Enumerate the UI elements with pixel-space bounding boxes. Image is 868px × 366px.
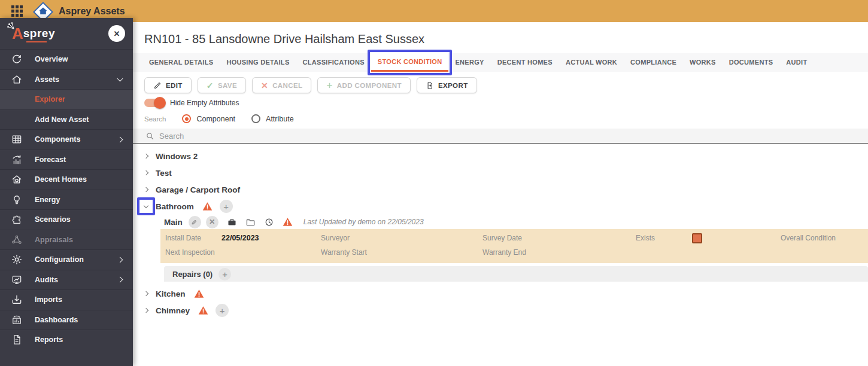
sidebar-item-dashboards[interactable]: Dashboards bbox=[0, 310, 133, 330]
page-title: RN101 - 85 Lansdowne Drive Hailsham East… bbox=[144, 32, 868, 46]
clock-icon[interactable] bbox=[264, 217, 274, 227]
sidebar-item-forecast[interactable]: Forecast bbox=[0, 150, 133, 170]
grid-icon bbox=[10, 133, 23, 146]
sidebar-item-overview[interactable]: Overview bbox=[0, 49, 133, 69]
add-repair-button[interactable]: + bbox=[218, 268, 231, 280]
pencil-icon bbox=[191, 218, 198, 225]
tree-item-windows-2[interactable]: Windows 2 bbox=[133, 148, 868, 164]
sidebar-close-button[interactable]: ✕ bbox=[108, 25, 125, 42]
folder-icon[interactable] bbox=[245, 217, 256, 227]
chevron-right-icon bbox=[117, 257, 123, 263]
tab-general-details[interactable]: GENERAL DETAILS bbox=[142, 53, 220, 72]
sidebar-item-appraisals[interactable]: Appraisals bbox=[0, 230, 133, 250]
add-chimney-record-button[interactable]: + bbox=[216, 304, 229, 317]
close-icon: ✕ bbox=[114, 29, 120, 38]
tree-item-bathroom[interactable]: Bathroom + bbox=[133, 198, 868, 215]
add-component-button[interactable]: + ADD COMPONENT bbox=[317, 77, 410, 93]
radio-attribute[interactable]: Attribute bbox=[251, 114, 294, 123]
sidebar-item-explorer[interactable]: Explorer bbox=[0, 89, 133, 109]
tree-item-kitchen[interactable]: Kitchen bbox=[133, 285, 868, 302]
sidebar-item-reports[interactable]: Reports bbox=[0, 330, 133, 350]
search-input[interactable] bbox=[159, 132, 698, 141]
expander-icon[interactable] bbox=[141, 306, 151, 315]
component-name: Main bbox=[164, 218, 183, 227]
export-button[interactable]: EXPORT bbox=[417, 77, 477, 93]
chevron-down-icon bbox=[117, 75, 123, 81]
field-survey-date: Survey Date bbox=[482, 234, 636, 242]
repairs-label: Repairs (0) bbox=[172, 270, 213, 279]
add-bathroom-record-button[interactable]: + bbox=[220, 200, 233, 213]
sidebar-item-energy[interactable]: Energy bbox=[0, 190, 133, 210]
radio-selected-icon bbox=[182, 114, 191, 123]
bulb-icon bbox=[10, 193, 23, 206]
component-main-row: Main ✕ Last Updated by demo on 22/05/202… bbox=[133, 215, 868, 229]
network-icon bbox=[10, 233, 23, 246]
warning-icon bbox=[194, 289, 204, 298]
exists-checkbox[interactable] bbox=[692, 233, 702, 243]
tab-housing-details[interactable]: HOUSING DETAILS bbox=[220, 53, 296, 72]
dashboard-icon bbox=[10, 313, 23, 327]
edit-main-button[interactable] bbox=[189, 216, 201, 228]
toolbar: EDIT ✓ SAVE ✕ CANCEL + ADD COMPONENT EXP… bbox=[144, 77, 868, 93]
search-icon bbox=[145, 132, 154, 141]
sidebar-item-assets[interactable]: Assets bbox=[0, 69, 133, 90]
bathroom-expander-icon[interactable] bbox=[141, 202, 151, 211]
sparkle-icon bbox=[7, 22, 16, 31]
tree-item-chimney[interactable]: Chimney + bbox=[133, 302, 868, 319]
sidebar-item-scenarios[interactable]: Scenarios bbox=[0, 209, 133, 230]
sidebar-item-imports[interactable]: Imports bbox=[0, 289, 133, 310]
expander-icon[interactable] bbox=[141, 185, 151, 194]
delete-main-button[interactable]: ✕ bbox=[206, 216, 218, 228]
tab-actual-work[interactable]: ACTUAL WORK bbox=[559, 53, 624, 72]
overview-icon bbox=[10, 53, 23, 66]
puzzle-icon bbox=[10, 213, 23, 226]
search-label: Search bbox=[144, 115, 166, 123]
sidebar-item-decent-homes[interactable]: Decent Homes bbox=[0, 169, 133, 190]
tab-energy[interactable]: ENERGY bbox=[448, 53, 490, 72]
check-icon: ✓ bbox=[207, 81, 214, 90]
radio-component[interactable]: Component bbox=[182, 114, 235, 123]
tab-compliance[interactable]: COMPLIANCE bbox=[624, 53, 683, 72]
edit-button[interactable]: EDIT bbox=[144, 77, 192, 93]
hide-empty-attributes-toggle[interactable] bbox=[144, 99, 165, 107]
tab-bar: GENERAL DETAILS HOUSING DETAILS CLASSIFI… bbox=[133, 53, 868, 72]
export-icon bbox=[426, 81, 434, 90]
forecast-icon bbox=[10, 153, 23, 166]
save-button[interactable]: ✓ SAVE bbox=[198, 77, 246, 93]
field-overall-condition: Overall Condition bbox=[781, 234, 868, 242]
install-date-value: 22/05/2023 bbox=[221, 234, 259, 242]
tab-documents[interactable]: DOCUMENTS bbox=[723, 53, 780, 72]
tab-classifications[interactable]: CLASSIFICATIONS bbox=[296, 53, 371, 72]
tree-item-garage-carport-roof[interactable]: Garage / Carport Roof bbox=[133, 181, 868, 198]
app-grid-icon[interactable] bbox=[11, 5, 23, 17]
sidebar-item-components[interactable]: Components bbox=[0, 129, 133, 150]
cancel-button[interactable]: ✕ CANCEL bbox=[252, 77, 311, 93]
tab-stock-condition[interactable]: STOCK CONDITION bbox=[371, 53, 449, 72]
plus-icon: + bbox=[326, 80, 332, 92]
app-title: Asprey Assets bbox=[59, 6, 125, 17]
chevron-right-icon bbox=[117, 136, 123, 142]
last-updated-text: Last Updated by demo on 22/05/2023 bbox=[304, 218, 424, 226]
expander-icon[interactable] bbox=[141, 168, 151, 178]
briefcase-icon[interactable] bbox=[227, 217, 237, 227]
main-content: RN101 - 85 Lansdowne Drive Hailsham East… bbox=[133, 22, 868, 366]
repairs-section-header[interactable]: Repairs (0) + bbox=[164, 266, 868, 282]
toggle-label: Hide Empty Attributes bbox=[170, 99, 239, 107]
sidebar-item-add-new-asset[interactable]: Add New Asset bbox=[0, 109, 133, 130]
field-surveyor: Surveyor bbox=[321, 234, 482, 242]
tree-item-test[interactable]: Test bbox=[133, 164, 868, 181]
expander-icon[interactable] bbox=[141, 289, 151, 298]
warning-icon bbox=[283, 217, 293, 227]
asprey-brand-logo: Asprey bbox=[12, 27, 55, 40]
field-install-date: Install Date 22/05/2023 bbox=[165, 234, 321, 242]
sidebar-item-audits[interactable]: Audits bbox=[0, 270, 133, 290]
tab-works[interactable]: WORKS bbox=[683, 53, 723, 72]
expander-icon[interactable] bbox=[141, 151, 151, 161]
sidebar-item-configuration[interactable]: Configuration bbox=[0, 249, 133, 270]
field-warranty-end: Warranty End bbox=[482, 248, 636, 257]
search-field-wrap bbox=[133, 129, 868, 144]
pencil-icon bbox=[153, 81, 162, 90]
attributes-panel: Install Date 22/05/2023 Surveyor Survey … bbox=[160, 229, 868, 263]
tab-audit[interactable]: AUDIT bbox=[779, 53, 814, 72]
tab-decent-homes[interactable]: DECENT HOMES bbox=[491, 53, 559, 72]
